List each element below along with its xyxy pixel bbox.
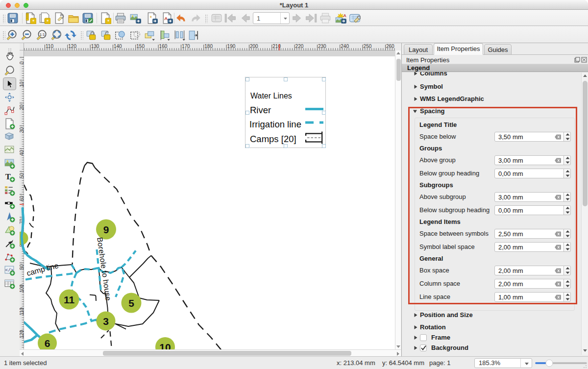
svg-text:120: 120 [20, 330, 24, 338]
svg-text:90: 90 [20, 264, 24, 270]
svg-text:150: 150 [136, 44, 145, 49]
svg-text:200: 200 [250, 44, 258, 49]
svg-text:*: * [32, 19, 35, 24]
svg-text:120: 120 [68, 44, 76, 49]
svg-text:210: 210 [272, 44, 281, 49]
svg-text:40: 40 [20, 150, 24, 156]
svg-text:240: 240 [341, 44, 349, 49]
svg-text:110: 110 [20, 307, 24, 315]
svg-text:5: 5 [128, 297, 134, 309]
svg-text:100: 100 [20, 284, 24, 293]
svg-text:170: 170 [182, 44, 190, 49]
svg-text:*: * [47, 19, 49, 24]
svg-text:60: 60 [20, 196, 24, 201]
svg-text:A: A [164, 16, 168, 21]
svg-text:6: 6 [45, 338, 50, 349]
svg-text:160: 160 [159, 44, 168, 49]
svg-text:220: 220 [295, 44, 304, 49]
svg-text:30: 30 [20, 127, 24, 133]
svg-text:50: 50 [20, 172, 24, 178]
svg-text:230: 230 [318, 44, 326, 49]
svg-text:20: 20 [20, 104, 24, 110]
svg-text:*: * [107, 19, 109, 24]
svg-text:11: 11 [64, 294, 75, 305]
svg-text:10: 10 [20, 81, 24, 87]
svg-text:190: 190 [227, 44, 236, 49]
svg-text:250: 250 [364, 44, 372, 49]
svg-text:110: 110 [46, 44, 53, 49]
svg-text:130: 130 [91, 44, 99, 49]
svg-text:1:1: 1:1 [39, 32, 45, 37]
svg-text:A: A [343, 13, 346, 18]
svg-text:9: 9 [103, 224, 109, 235]
svg-text:260: 260 [386, 44, 394, 49]
svg-text:10: 10 [159, 342, 171, 350]
svg-text:3: 3 [103, 316, 109, 327]
svg-text:*: * [149, 15, 152, 22]
svg-text:180: 180 [204, 44, 213, 49]
svg-text:140: 140 [114, 44, 122, 49]
